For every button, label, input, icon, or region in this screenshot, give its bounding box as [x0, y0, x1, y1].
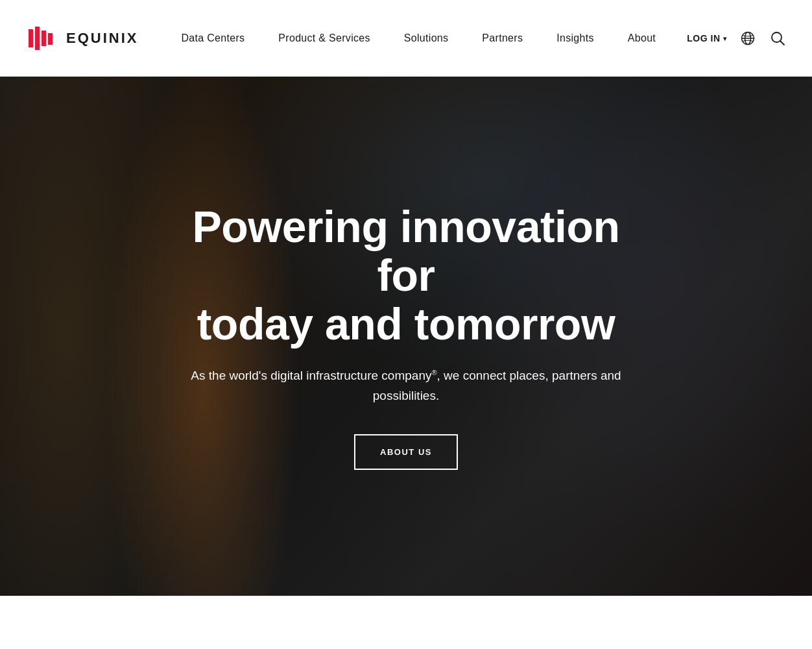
- nav-item-about[interactable]: About: [611, 0, 673, 77]
- logo[interactable]: EQUINIX: [26, 24, 138, 53]
- hero-title: Powering innovation for today and tomorr…: [173, 202, 639, 348]
- svg-rect-2: [42, 31, 46, 46]
- nav-item-product-services[interactable]: Product & Services: [261, 0, 387, 77]
- globe-icon[interactable]: [739, 30, 756, 47]
- svg-rect-3: [48, 33, 53, 45]
- nav-item-data-centers[interactable]: Data Centers: [164, 0, 261, 77]
- nav-right: LOG IN ▾: [687, 30, 786, 47]
- hero-subtitle: As the world's digital infrastructure co…: [173, 366, 639, 406]
- svg-point-7: [772, 32, 782, 42]
- nav-item-partners[interactable]: Partners: [465, 0, 540, 77]
- navbar: EQUINIX Data Centers Product & Services …: [0, 0, 812, 77]
- equinix-logo-icon: [26, 24, 54, 53]
- hero-content: Powering innovation for today and tomorr…: [160, 202, 652, 470]
- hero-section: Powering innovation for today and tomorr…: [0, 77, 812, 596]
- login-caret: ▾: [723, 35, 727, 42]
- svg-rect-1: [35, 27, 40, 50]
- search-icon[interactable]: [769, 30, 786, 47]
- svg-rect-0: [29, 29, 33, 47]
- nav-item-insights[interactable]: Insights: [540, 0, 611, 77]
- svg-line-8: [781, 42, 785, 45]
- logo-text: EQUINIX: [66, 30, 138, 47]
- nav-item-solutions[interactable]: Solutions: [387, 0, 466, 77]
- lower-section: Move fast, pivot: [0, 596, 812, 649]
- about-us-button[interactable]: ABOUT US: [354, 434, 458, 470]
- login-button[interactable]: LOG IN ▾: [687, 33, 726, 43]
- nav-links: Data Centers Product & Services Solution…: [164, 0, 687, 77]
